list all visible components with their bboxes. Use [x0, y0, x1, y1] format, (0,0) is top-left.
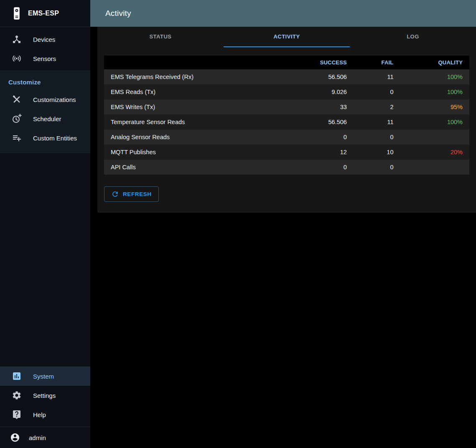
ems-esp-logo-icon — [11, 6, 23, 20]
sidebar-item-devices[interactable]: Devices — [0, 30, 90, 49]
metric-success: 56.506 — [280, 69, 354, 84]
metric-success: 33 — [280, 99, 354, 115]
customize-section-header: Customize — [0, 76, 90, 90]
table-row: MQTT Publishes 12 10 20% — [104, 145, 469, 160]
activity-table-wrapper: SUCCESS FAIL QUALITY EMS Telegrams Recei… — [104, 56, 469, 175]
metric-quality: 100% — [400, 84, 469, 99]
analytics-icon — [12, 371, 22, 381]
metric-quality — [400, 130, 469, 145]
tab-log[interactable]: LOG — [350, 27, 476, 47]
refresh-button-label: REFRESH — [123, 191, 152, 197]
sidebar-item-label: Custom Entities — [33, 135, 77, 142]
metric-name: EMS Writes (Tx) — [104, 99, 280, 115]
main-area: Activity STATUS ACTIVITY LOG SUCCESS FAI… — [90, 0, 476, 448]
sidebar-main-nav: Devices Sensors — [0, 27, 90, 71]
sidebar-item-label: Devices — [33, 36, 55, 43]
metric-quality: 100% — [400, 69, 469, 84]
column-header-fail: FAIL — [354, 56, 400, 69]
refresh-icon — [111, 190, 119, 198]
tab-activity[interactable]: ACTIVITY — [224, 27, 350, 47]
help-icon — [12, 410, 22, 420]
metric-fail: 0 — [354, 84, 400, 99]
sidebar-item-label: Customizations — [33, 96, 76, 103]
table-row: Temperature Sensor Reads 56.506 11 100% — [104, 115, 469, 130]
metric-success: 9.026 — [280, 84, 354, 99]
refresh-button[interactable]: REFRESH — [104, 186, 159, 202]
user-name: admin — [29, 434, 46, 441]
sidebar-item-system[interactable]: System — [0, 367, 90, 386]
sidebar-item-label: System — [33, 373, 54, 380]
metric-fail: 11 — [354, 115, 400, 130]
sidebar: EMS-ESP Devices Sensors Customize — [0, 0, 90, 448]
page-title: Activity — [105, 9, 131, 18]
app-root: EMS-ESP Devices Sensors Customize — [0, 0, 476, 448]
metric-success: 0 — [280, 160, 354, 175]
metric-quality: 100% — [400, 115, 469, 130]
tab-bar: STATUS ACTIVITY LOG — [97, 27, 476, 47]
sidebar-spacer — [0, 153, 90, 364]
tab-status[interactable]: STATUS — [97, 27, 224, 47]
sidebar-item-scheduler[interactable]: Scheduler — [0, 109, 90, 128]
metric-name: MQTT Publishes — [104, 145, 280, 160]
app-title: EMS-ESP — [28, 10, 59, 17]
table-row: API Calls 0 0 — [104, 160, 469, 175]
clock-plus-icon — [12, 114, 22, 124]
sidebar-item-label: Scheduler — [33, 115, 61, 122]
metric-quality: 20% — [400, 145, 469, 160]
sidebar-item-settings[interactable]: Settings — [0, 386, 90, 405]
column-header-name — [104, 56, 280, 69]
activity-card: STATUS ACTIVITY LOG SUCCESS FAIL QUALITY — [97, 27, 476, 213]
sidebar-user[interactable]: admin — [0, 427, 90, 448]
metric-fail: 0 — [354, 160, 400, 175]
sidebar-item-customizations[interactable]: Customizations — [0, 90, 90, 109]
sidebar-item-label: Help — [33, 411, 46, 418]
metric-success: 56.506 — [280, 115, 354, 130]
metric-success: 12 — [280, 145, 354, 160]
table-row: EMS Telegrams Received (Rx) 56.506 11 10… — [104, 69, 469, 84]
tools-icon — [12, 94, 22, 104]
playlist-add-icon — [12, 133, 22, 143]
column-header-quality: QUALITY — [400, 56, 469, 69]
table-row: EMS Writes (Tx) 33 2 95% — [104, 99, 469, 115]
sidebar-header: EMS-ESP — [0, 0, 90, 27]
metric-name: EMS Telegrams Received (Rx) — [104, 69, 280, 84]
column-header-success: SUCCESS — [280, 56, 354, 69]
metric-fail: 2 — [354, 99, 400, 115]
sidebar-item-custom-entities[interactable]: Custom Entities — [0, 128, 90, 148]
sidebar-item-help[interactable]: Help — [0, 405, 90, 424]
sidebar-bottom-nav: System Settings Help — [0, 364, 90, 427]
sidebar-item-label: Sensors — [33, 55, 56, 62]
metric-fail: 10 — [354, 145, 400, 160]
sensors-icon — [12, 53, 22, 64]
sidebar-item-label: Settings — [33, 392, 56, 399]
activity-table: SUCCESS FAIL QUALITY EMS Telegrams Recei… — [104, 56, 469, 175]
gear-icon — [12, 390, 22, 400]
sidebar-customize-section: Customize Customizations Scheduler Custo… — [0, 71, 90, 153]
table-header-row: SUCCESS FAIL QUALITY — [104, 56, 469, 69]
metric-name: Analog Sensor Reads — [104, 130, 280, 145]
metric-success: 0 — [280, 130, 354, 145]
sidebar-item-sensors[interactable]: Sensors — [0, 49, 90, 68]
device-hub-icon — [12, 34, 22, 44]
table-row: EMS Reads (Tx) 9.026 0 100% — [104, 84, 469, 99]
table-row: Analog Sensor Reads 0 0 — [104, 130, 469, 145]
metric-name: Temperature Sensor Reads — [104, 115, 280, 130]
metric-name: EMS Reads (Tx) — [104, 84, 280, 99]
appbar: Activity — [90, 0, 476, 27]
metric-quality — [400, 160, 469, 175]
metric-fail: 11 — [354, 69, 400, 84]
metric-name: API Calls — [104, 160, 280, 175]
metric-fail: 0 — [354, 130, 400, 145]
account-circle-icon — [10, 433, 20, 443]
metric-quality: 95% — [400, 99, 469, 115]
